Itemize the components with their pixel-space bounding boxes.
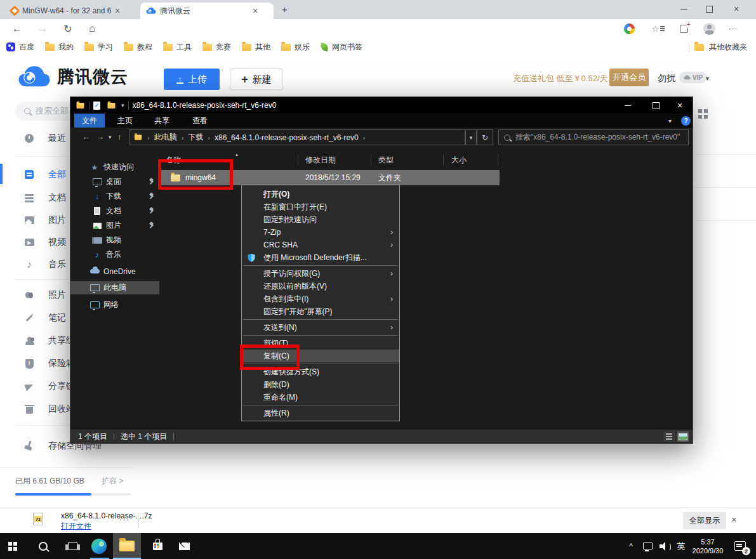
volume-icon[interactable]: [656, 533, 673, 559]
explorer-close-button[interactable]: ×: [666, 97, 694, 114]
breadcrumb-folder[interactable]: x86_64-8.1.0-release-posix-seh-rt_v6-rev…: [215, 133, 359, 142]
menu-item-properties[interactable]: 属性(R): [242, 407, 399, 419]
ribbon-tab-home[interactable]: 主页: [110, 114, 140, 128]
breadcrumb-this-pc[interactable]: 此电脑: [154, 132, 177, 143]
nav-downloads[interactable]: ↓下载: [70, 190, 159, 203]
browser-minimize-button[interactable]: [671, 0, 696, 18]
vip-promo-text[interactable]: 充值送礼包 低至￥0.52/天: [513, 73, 608, 84]
menu-item-include-in-library[interactable]: 包含到库中(I)›: [242, 293, 399, 305]
browser-maximize-button[interactable]: [696, 0, 722, 18]
menu-item-pin-to-start[interactable]: 固定到"开始"屏幕(P): [242, 305, 399, 318]
nav-music[interactable]: ♪音乐: [70, 248, 159, 261]
taskbar-store-icon[interactable]: [145, 533, 170, 559]
collections-icon[interactable]: [675, 21, 692, 36]
network-icon[interactable]: [640, 533, 655, 559]
task-view-icon[interactable]: [60, 533, 85, 559]
tab-close-icon[interactable]: ×: [253, 6, 258, 15]
menu-item-open[interactable]: 打开(O): [242, 188, 399, 201]
tray-expand-icon[interactable]: ^: [625, 533, 637, 559]
menu-item-give-access[interactable]: 授予访问权限(G)›: [242, 267, 399, 280]
breadcrumb-downloads[interactable]: 下载: [188, 132, 203, 143]
quick-access-newfolder-icon[interactable]: [108, 103, 116, 109]
home-button[interactable]: ⌂: [84, 21, 100, 36]
new-tab-button[interactable]: +: [282, 4, 288, 15]
nav-videos[interactable]: 视频: [70, 233, 159, 247]
upload-button[interactable]: ↑上传: [164, 69, 220, 90]
bookmark-baidu[interactable]: 百度: [6, 42, 34, 53]
explorer-search-input[interactable]: 搜索"x86_64-8.1.0-release-posix-seh-rt_v6-…: [498, 129, 689, 145]
refresh-button[interactable]: ↻: [60, 21, 76, 36]
column-size[interactable]: 大小: [451, 153, 467, 167]
nav-network[interactable]: 网络: [70, 298, 159, 312]
ribbon-collapse-icon[interactable]: ▾: [668, 117, 672, 124]
help-icon[interactable]: ?: [681, 116, 691, 126]
menu-item-open-new-window[interactable]: 在新窗口中打开(E): [242, 201, 399, 213]
taskbar-search-icon[interactable]: [30, 533, 56, 559]
ribbon-tab-view[interactable]: 查看: [185, 114, 215, 128]
nav-quick-access[interactable]: ★快速访问: [70, 161, 159, 174]
nav-desktop[interactable]: 桌面: [70, 175, 159, 188]
ribbon-tab-share[interactable]: 共享: [147, 114, 177, 128]
show-all-button[interactable]: 全部显示: [683, 512, 726, 529]
nav-onedrive[interactable]: OneDrive: [70, 265, 159, 278]
bookmark-folder[interactable]: 教程: [124, 42, 152, 53]
menu-item-pin-quick-access[interactable]: 固定到快速访问: [242, 213, 399, 226]
ribbon-tab-file[interactable]: 文件: [74, 114, 105, 128]
account-dropdown-icon[interactable]: ▾: [706, 75, 709, 82]
grid-view-icon[interactable]: [698, 109, 702, 113]
language-indicator[interactable]: 英: [674, 533, 688, 559]
shelf-close-icon[interactable]: ×: [731, 514, 737, 525]
bookmark-folder[interactable]: 娱乐: [281, 42, 310, 53]
nav-up-icon[interactable]: ↑: [117, 132, 122, 141]
extension-icon[interactable]: [621, 21, 637, 36]
nav-recent-icon[interactable]: ▾: [109, 134, 112, 140]
taskbar-edge-icon[interactable]: [86, 533, 112, 559]
browser-menu-icon[interactable]: ···: [725, 21, 741, 36]
nav-forward-icon[interactable]: →: [96, 132, 104, 141]
address-breadcrumb[interactable]: › 此电脑 › 下载 › x86_64-8.1.0-release-posix-…: [129, 129, 465, 145]
favorites-bar-icon[interactable]: ☆: [650, 21, 666, 36]
profile-avatar[interactable]: [701, 21, 717, 36]
taskbar-explorer-icon[interactable]: [113, 533, 141, 559]
storage-expand-link[interactable]: 扩容 >: [102, 476, 123, 487]
nav-documents[interactable]: 文档: [70, 204, 159, 218]
bookmark-folder[interactable]: 我的: [45, 42, 74, 53]
bookmark-folder[interactable]: 学习: [84, 42, 113, 53]
nav-pictures[interactable]: 图片: [70, 219, 159, 232]
menu-item-defender-scan[interactable]: 使用 Microsoft Defender扫描...: [242, 251, 399, 264]
nav-this-pc[interactable]: 此电脑: [70, 281, 159, 294]
menu-item-delete[interactable]: 删除(D): [242, 378, 399, 391]
vip-badge[interactable]: VIP: [679, 72, 707, 83]
refresh-button[interactable]: ↻: [477, 129, 493, 145]
download-more-icon[interactable]: ···: [119, 515, 129, 524]
dnd-label[interactable]: 勿扰: [658, 73, 675, 84]
start-button[interactable]: [3, 533, 28, 559]
bookmark-webmarks[interactable]: 网页书签: [321, 42, 362, 53]
column-modified[interactable]: 修改日期: [305, 153, 336, 167]
new-button[interactable]: +新建: [230, 69, 283, 90]
tab-close-icon[interactable]: ×: [115, 6, 120, 15]
nav-back-icon[interactable]: ←: [82, 132, 90, 141]
back-button[interactable]: ←: [9, 21, 25, 36]
taskbar-clock[interactable]: 5:372020/9/30: [689, 533, 726, 559]
address-history-dropdown[interactable]: ▾: [465, 129, 477, 145]
weiyun-logo[interactable]: 腾讯微云: [18, 65, 128, 89]
menu-item-crc-sha[interactable]: CRC SHA›: [242, 239, 399, 251]
tab-weiyun[interactable]: 腾讯微云 ×: [140, 3, 274, 19]
qat-dropdown-icon[interactable]: ▾: [121, 102, 124, 109]
menu-item-rename[interactable]: 重命名(M): [242, 391, 399, 404]
explorer-titlebar[interactable]: ✓ ▾ x86_64-8.1.0-release-posix-seh-rt_v6…: [70, 97, 693, 114]
quick-access-properties-icon[interactable]: ✓: [93, 102, 100, 110]
thumbnail-view-button[interactable]: [677, 431, 689, 442]
details-view-button[interactable]: [663, 431, 675, 442]
action-center-icon[interactable]: 2: [729, 533, 752, 559]
open-file-link[interactable]: 打开文件: [61, 521, 91, 532]
bookmark-folder[interactable]: 竞赛: [202, 42, 231, 53]
menu-item-restore-versions[interactable]: 还原以前的版本(V): [242, 280, 399, 293]
other-favorites[interactable]: 其他收藏夹: [689, 42, 747, 53]
taskbar-mail-icon[interactable]: [171, 533, 197, 559]
open-vip-button[interactable]: 开通会员: [609, 69, 649, 86]
menu-item-7zip[interactable]: 7-Zip›: [242, 226, 399, 239]
menu-item-send-to[interactable]: 发送到(N)›: [242, 321, 399, 334]
tab-mingw[interactable]: MinGW-w64 - for 32 and 64 bit W ×: [5, 3, 138, 19]
